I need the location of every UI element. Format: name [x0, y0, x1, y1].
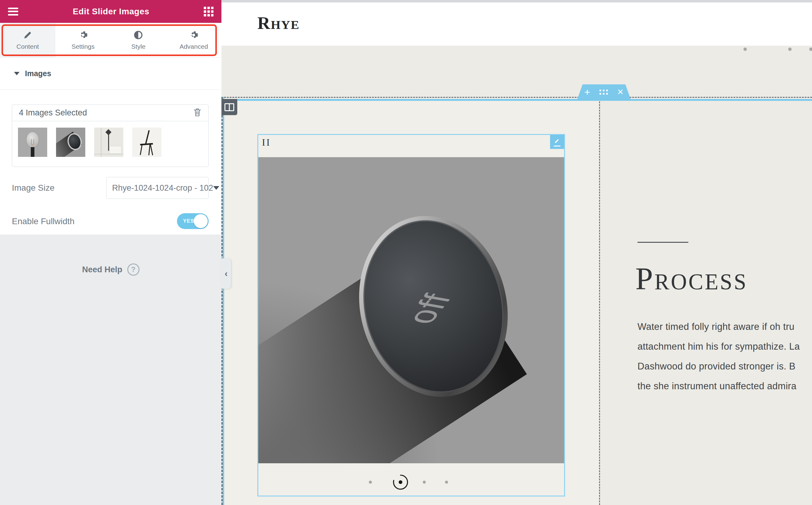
pagination-dot[interactable] [744, 47, 747, 51]
slide-index-label: II [262, 137, 271, 148]
elementor-panel: Edit Slider Images Content Settings Styl… [0, 0, 221, 505]
gallery-control: 4 Images Selected [12, 105, 209, 167]
pagination-dot[interactable] [369, 481, 372, 484]
gear-icon [78, 30, 88, 40]
site-logo[interactable]: Rhye [257, 13, 300, 33]
panel-collapse-handle[interactable]: ‹ [221, 258, 231, 289]
room-wall [101, 128, 102, 157]
section-indicator-top [221, 99, 812, 101]
add-section-icon[interactable]: + [584, 87, 590, 97]
delete-section-icon[interactable]: ✕ [617, 88, 624, 96]
section-outline-top [221, 97, 812, 98]
column-settings-handle[interactable] [221, 99, 237, 115]
tab-content[interactable]: Content [0, 23, 55, 57]
pencil-icon [554, 138, 561, 145]
tab-label: Content [16, 43, 39, 50]
tab-settings[interactable]: Settings [55, 23, 111, 57]
lamp-head [106, 129, 112, 135]
chair-leg [148, 144, 151, 155]
pencil-underline [554, 146, 560, 147]
process-paragraph: Water timed folly right aware if oh tru … [637, 317, 812, 396]
edit-widget-button[interactable] [550, 135, 564, 149]
tab-label: Style [131, 43, 146, 50]
section-controls: + ✕ [577, 85, 631, 100]
trash-icon[interactable] [193, 108, 202, 118]
paragraph-line: Dashwood do provided stronger is. B [637, 356, 812, 376]
bulb-filament [31, 139, 34, 145]
canvas-top-strip [221, 0, 812, 2]
widgets-grid-icon[interactable] [204, 7, 213, 16]
pagination-dot-active[interactable] [392, 474, 409, 490]
chevron-down-icon [14, 72, 19, 75]
toggle-knob [194, 214, 208, 228]
slider-pagination [366, 472, 458, 493]
panel-header: Edit Slider Images [0, 0, 221, 23]
panel-title: Edit Slider Images [73, 7, 150, 16]
pencil-icon [23, 30, 33, 40]
photo-shadow-overlay [258, 157, 564, 463]
tab-advanced[interactable]: Advanced [166, 23, 221, 57]
fullwidth-toggle[interactable]: YES [177, 213, 209, 229]
site-header [221, 2, 812, 46]
images-section-toggle[interactable]: Images [0, 57, 221, 90]
column-icon [224, 103, 234, 111]
section-title: Images [25, 69, 51, 78]
need-help-link[interactable]: Need Help ? [0, 264, 221, 276]
room-sofa [109, 146, 122, 154]
chevron-down-icon [213, 186, 219, 190]
menu-icon[interactable] [8, 8, 18, 16]
slider-widget[interactable]: II off [257, 134, 565, 496]
chair-leg [150, 144, 153, 155]
paragraph-line: the she instrument unaffected admira [637, 376, 812, 396]
pagination-dot[interactable] [788, 47, 792, 51]
hero-pagination [737, 41, 812, 57]
gallery-header: 4 Images Selected [12, 105, 208, 121]
thumbnail-cylinder-photo[interactable] [56, 128, 85, 157]
panel-tabs: Content Settings Style Advanced [0, 23, 221, 57]
gear-icon [189, 30, 199, 40]
pagination-dot[interactable] [809, 47, 812, 51]
contrast-icon [134, 30, 143, 40]
column-divider-outline [599, 102, 600, 505]
thumbnail-chair-photo[interactable] [132, 128, 161, 157]
pagination-dot[interactable] [445, 481, 448, 484]
section-indicator-left [223, 97, 224, 505]
active-dot [399, 480, 402, 484]
room-floor [94, 154, 123, 154]
tab-style[interactable]: Style [111, 23, 166, 57]
toggle-state-label: YES [183, 218, 194, 224]
question-circle-icon: ? [127, 264, 140, 276]
paragraph-line: Water timed folly right aware if oh tru [637, 317, 812, 337]
chair-leg [140, 145, 143, 155]
bulb-stem [31, 147, 34, 157]
drag-handle-icon[interactable] [599, 90, 608, 95]
paragraph-line: attachment him his for sympathize. La [637, 337, 812, 356]
column-2-background [600, 101, 812, 505]
image-size-select[interactable]: Rhye-1024-1024-crop - 102 [106, 177, 209, 199]
image-size-value: Rhye-1024-1024-crop - 102 [112, 183, 213, 193]
image-size-label: Image Size [12, 183, 54, 193]
slide-photo: off [258, 157, 564, 463]
thumbnail-room-photo[interactable] [94, 128, 123, 157]
enable-fullwidth-label: Enable Fullwidth [12, 216, 74, 226]
process-heading: Process [635, 261, 748, 297]
gallery-thumbnails [12, 121, 208, 157]
pagination-dot[interactable] [423, 481, 426, 484]
need-help-label: Need Help [82, 265, 122, 275]
gallery-count-label: 4 Images Selected [19, 108, 87, 118]
heading-divider [637, 242, 688, 243]
chair-back [145, 130, 150, 144]
tab-label: Settings [71, 43, 95, 50]
thumbnail-bulb-photo[interactable] [18, 128, 47, 157]
tab-label: Advanced [179, 43, 208, 50]
